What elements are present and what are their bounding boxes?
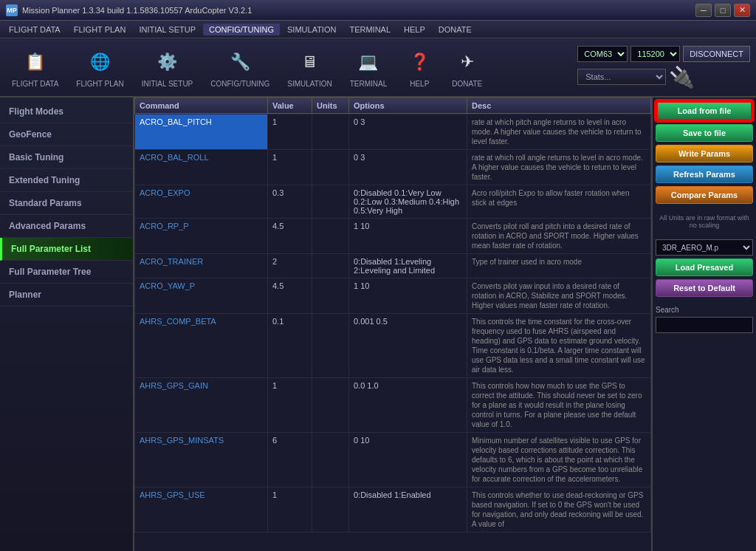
toolbar-donate[interactable]: ✈ DONATE bbox=[446, 44, 488, 91]
param-options: 1 10 bbox=[349, 219, 467, 254]
presaved-selector[interactable]: 3DR_AERO_M.p bbox=[656, 239, 753, 256]
param-units bbox=[312, 185, 349, 219]
toolbar-initial-setup[interactable]: ⚙️ INITIAL SETUP bbox=[136, 44, 199, 91]
param-command[interactable]: AHRS_GPS_MINSATS bbox=[135, 433, 268, 487]
save-to-file-button[interactable]: Save to file bbox=[656, 124, 753, 142]
col-units: Units bbox=[312, 98, 349, 114]
sidebar-item-standard-params[interactable]: Standard Params bbox=[0, 192, 133, 215]
param-value[interactable]: 2 bbox=[268, 254, 312, 278]
table-row: ACRO_YAW_P4.51 10Converts pilot yaw inpu… bbox=[135, 278, 651, 314]
flight-plan-icon: 🌐 bbox=[85, 47, 114, 77]
toolbar-help[interactable]: ❓ HELP bbox=[399, 44, 440, 91]
param-value[interactable]: 4.5 bbox=[268, 278, 312, 314]
param-value[interactable]: 0.3 bbox=[268, 185, 312, 219]
menu-bar: FLIGHT DATA FLIGHT PLAN INITIAL SETUP CO… bbox=[0, 21, 756, 38]
param-value[interactable]: 1 bbox=[268, 378, 312, 433]
menu-terminal[interactable]: TERMINAL bbox=[343, 24, 396, 35]
sidebar-item-full-parameter-tree[interactable]: Full Parameter Tree bbox=[0, 261, 133, 284]
param-command[interactable]: ACRO_RP_P bbox=[135, 219, 268, 254]
param-desc: rate at which roll angle returns to leve… bbox=[467, 150, 651, 185]
param-value[interactable]: 1 bbox=[268, 150, 312, 185]
search-label: Search bbox=[656, 306, 753, 314]
table-row: ACRO_EXPO0.30:Disabled 0.1:Very Low 0.2:… bbox=[135, 185, 651, 219]
param-desc: This controls the time constant for the … bbox=[467, 314, 651, 378]
baud-selector[interactable]: 115200 bbox=[630, 46, 680, 62]
sidebar-item-flight-modes[interactable]: Flight Modes bbox=[0, 100, 133, 123]
toolbar-terminal[interactable]: 💻 TERMINAL bbox=[344, 44, 394, 91]
maximize-button[interactable]: □ bbox=[715, 4, 731, 17]
table-row: ACRO_RP_P4.51 10Converts pilot roll and … bbox=[135, 219, 651, 254]
terminal-icon: 💻 bbox=[354, 47, 383, 77]
port-selector[interactable]: COM63 bbox=[577, 46, 628, 62]
param-command[interactable]: ACRO_BAL_ROLL bbox=[135, 150, 268, 185]
stats-selector[interactable]: Stats... bbox=[577, 69, 666, 85]
menu-config-tuning[interactable]: CONFIG/TUNING bbox=[203, 24, 280, 35]
toolbar-config-tuning-label: CONFIG/TUNING bbox=[210, 80, 269, 88]
sidebar-item-geofence[interactable]: GeoFence bbox=[0, 123, 133, 146]
param-command[interactable]: AHRS_GPS_USE bbox=[135, 487, 268, 533]
refresh-params-button[interactable]: Refresh Params bbox=[656, 165, 753, 183]
flight-data-icon: 📋 bbox=[21, 47, 50, 77]
param-options: 0:Disabled 0.1:Very Low 0.2:Low 0.3:Medi… bbox=[349, 185, 467, 219]
col-value: Value bbox=[268, 98, 312, 114]
panel-note: All Units are in raw format with no scal… bbox=[656, 213, 753, 230]
search-input[interactable] bbox=[656, 317, 753, 333]
param-command[interactable]: AHRS_COMP_BETA bbox=[135, 314, 268, 378]
param-value[interactable]: 0.1 bbox=[268, 314, 312, 378]
param-value[interactable]: 1 bbox=[268, 114, 312, 150]
param-units bbox=[312, 254, 349, 278]
menu-initial-setup[interactable]: INITIAL SETUP bbox=[133, 24, 202, 35]
param-units bbox=[312, 378, 349, 433]
table-scroll[interactable]: ACRO_BAL_PITCH10 3rate at which pitch an… bbox=[134, 114, 651, 551]
menu-donate[interactable]: DONATE bbox=[433, 24, 478, 35]
toolbar-flight-plan[interactable]: 🌐 FLIGHT PLAN bbox=[70, 44, 129, 91]
param-units bbox=[312, 433, 349, 487]
disconnect-button[interactable]: DISCONNECT bbox=[683, 46, 750, 62]
param-command[interactable]: ACRO_YAW_P bbox=[135, 278, 268, 314]
load-from-file-button[interactable]: Load from file bbox=[656, 100, 753, 121]
param-options: 0:Disabled 1:Enabled bbox=[349, 487, 467, 533]
param-units bbox=[312, 114, 349, 150]
toolbar-flight-data-label: FLIGHT DATA bbox=[12, 80, 58, 88]
compare-params-button[interactable]: Compare Params bbox=[656, 186, 753, 204]
sidebar-item-planner[interactable]: Planner bbox=[0, 284, 133, 307]
help-icon: ❓ bbox=[405, 47, 434, 77]
param-command[interactable]: ACRO_BAL_PITCH bbox=[135, 114, 268, 150]
sidebar-item-extended-tuning[interactable]: Extended Tuning bbox=[0, 169, 133, 192]
param-units bbox=[312, 219, 349, 254]
write-params-button[interactable]: Write Params bbox=[656, 145, 753, 162]
param-options: 0 10 bbox=[349, 433, 467, 487]
param-command[interactable]: AHRS_GPS_GAIN bbox=[135, 378, 268, 433]
menu-flight-data[interactable]: FLIGHT DATA bbox=[3, 24, 66, 35]
app-icon: MP bbox=[6, 4, 18, 16]
param-command[interactable]: ACRO_TRAINER bbox=[135, 254, 268, 278]
window-controls: ─ □ ✕ bbox=[695, 4, 750, 17]
menu-flight-plan[interactable]: FLIGHT PLAN bbox=[68, 24, 132, 35]
sidebar-item-basic-tuning[interactable]: Basic Tuning bbox=[0, 146, 133, 169]
toolbar-flight-data[interactable]: 📋 FLIGHT DATA bbox=[6, 44, 64, 91]
minimize-button[interactable]: ─ bbox=[695, 4, 712, 17]
sidebar-item-advanced-params[interactable]: Advanced Params bbox=[0, 215, 133, 238]
table-row: AHRS_GPS_MINSATS60 10Minimum number of s… bbox=[135, 433, 651, 487]
param-command[interactable]: ACRO_EXPO bbox=[135, 185, 268, 219]
col-desc: Desc bbox=[467, 98, 651, 114]
param-options: 1 10 bbox=[349, 278, 467, 314]
content-area: Command Value Units Options Desc ACRO_BA… bbox=[134, 97, 756, 551]
param-value[interactable]: 1 bbox=[268, 487, 312, 533]
toolbar-simulation[interactable]: 🖥 SIMULATION bbox=[281, 44, 337, 91]
col-command: Command bbox=[135, 98, 268, 114]
param-value[interactable]: 6 bbox=[268, 433, 312, 487]
param-table-container: Command Value Units Options Desc ACRO_BA… bbox=[134, 97, 653, 551]
param-units bbox=[312, 278, 349, 314]
toolbar-right: COM63 115200 DISCONNECT Stats... 🔌 bbox=[577, 46, 750, 89]
reset-to-default-button[interactable]: Reset to Default bbox=[656, 279, 753, 297]
param-data-table: ACRO_BAL_PITCH10 3rate at which pitch an… bbox=[134, 114, 651, 533]
sidebar-item-full-parameter-list[interactable]: Full Parameter List bbox=[0, 238, 133, 261]
menu-simulation[interactable]: SIMULATION bbox=[281, 24, 342, 35]
param-options: 0.0 1.0 bbox=[349, 378, 467, 433]
toolbar-config-tuning[interactable]: 🔧 CONFIG/TUNING bbox=[205, 44, 275, 91]
load-presaved-button[interactable]: Load Presaved bbox=[656, 259, 753, 276]
close-button[interactable]: ✕ bbox=[734, 4, 750, 17]
menu-help[interactable]: HELP bbox=[398, 24, 431, 35]
param-value[interactable]: 4.5 bbox=[268, 219, 312, 254]
